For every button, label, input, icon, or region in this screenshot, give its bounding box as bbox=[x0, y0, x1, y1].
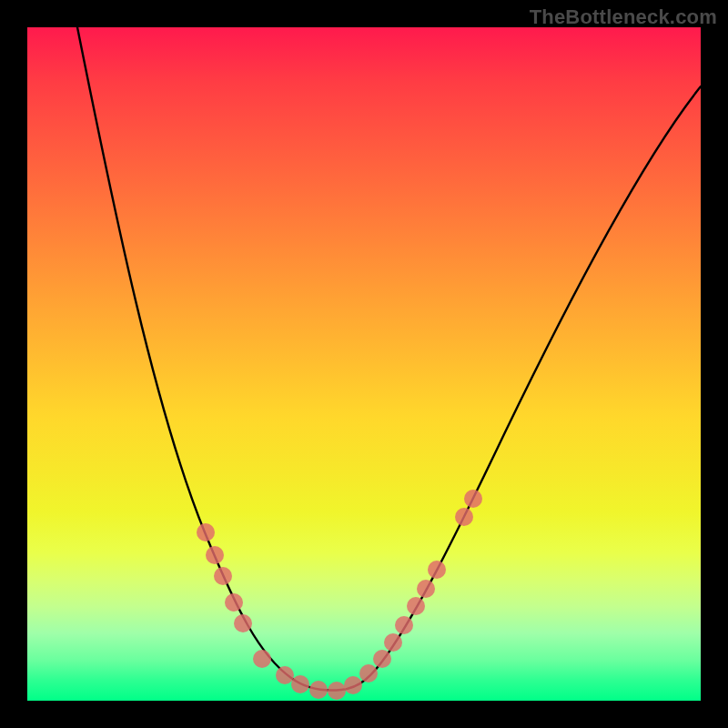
chart-marker bbox=[328, 682, 346, 700]
chart-markers bbox=[197, 490, 482, 700]
chart-marker bbox=[407, 597, 425, 615]
chart-marker bbox=[276, 666, 294, 684]
chart-marker bbox=[309, 681, 328, 699]
chart-marker bbox=[344, 676, 362, 694]
chart-svg bbox=[27, 27, 701, 701]
chart-frame: TheBottleneck.com bbox=[0, 0, 728, 728]
chart-marker bbox=[225, 593, 243, 612]
chart-marker bbox=[234, 614, 252, 632]
chart-curve bbox=[77, 27, 701, 690]
chart-plot-area bbox=[27, 27, 701, 701]
chart-curve-group bbox=[77, 27, 701, 690]
chart-marker bbox=[428, 561, 446, 579]
chart-marker bbox=[455, 508, 473, 526]
chart-marker bbox=[464, 490, 482, 508]
chart-marker bbox=[253, 650, 271, 668]
chart-marker bbox=[291, 675, 309, 693]
chart-marker bbox=[373, 650, 391, 668]
chart-marker bbox=[197, 523, 215, 541]
chart-marker bbox=[359, 664, 378, 682]
chart-marker bbox=[384, 633, 402, 652]
chart-marker bbox=[395, 616, 413, 634]
chart-marker bbox=[417, 580, 435, 598]
chart-marker bbox=[206, 546, 224, 564]
chart-marker bbox=[214, 567, 232, 585]
watermark-text: TheBottleneck.com bbox=[530, 5, 717, 29]
